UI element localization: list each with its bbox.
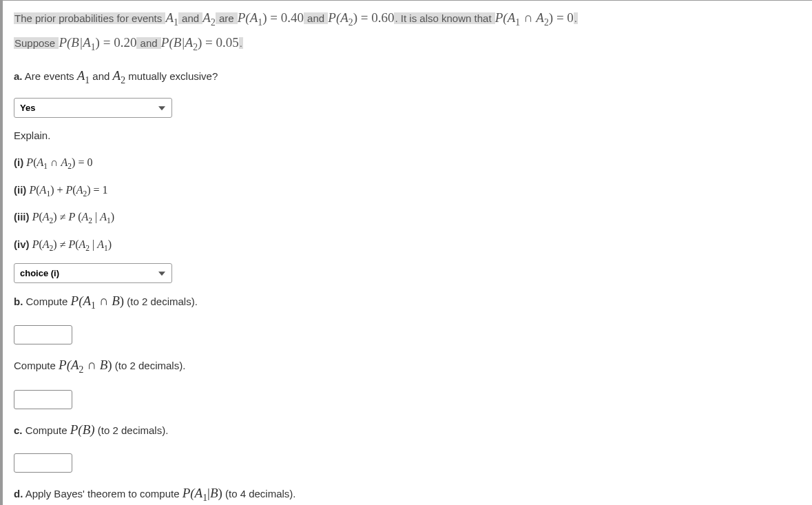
explain-label: Explain. (14, 126, 801, 146)
mutually-exclusive-select-wrap: Yes (14, 98, 172, 118)
part-b2-question: Compute P(A2 ∩ B) (to 2 decimals). (14, 353, 801, 379)
option-iii: (iii) P(A2) ≠ P (A2 | A1) (14, 208, 801, 227)
explain-select[interactable]: choice (i) (14, 263, 172, 283)
part-b-question: b. Compute P(A1 ∩ B) (to 2 decimals). (14, 289, 801, 315)
option-iv: (iv) P(A2) ≠ P(A2 | A1) (14, 236, 801, 255)
option-i: (i) P(A1 ∩ A2) = 0 (14, 154, 801, 173)
part-c-input[interactable] (14, 453, 72, 473)
explain-options: (i) P(A1 ∩ A2) = 0 (ii) P(A1) + P(A2) = … (14, 154, 801, 254)
part-a-question: a. Are events A1 and A2 mutually exclusi… (14, 63, 801, 90)
explain-select-wrap: choice (i) (14, 263, 172, 283)
part-b-input-1[interactable] (14, 325, 72, 344)
mutually-exclusive-select[interactable]: Yes (14, 98, 172, 118)
part-d-question: d. Apply Bayes' theorem to compute P(A1|… (14, 481, 801, 505)
part-b-input-2[interactable] (14, 390, 72, 409)
part-c-question: c. Compute P(B) (to 2 decimals). (14, 418, 801, 442)
problem-intro: The prior probabilities for events A1 an… (14, 6, 801, 56)
option-ii: (ii) P(A1) + P(A2) = 1 (14, 181, 801, 200)
